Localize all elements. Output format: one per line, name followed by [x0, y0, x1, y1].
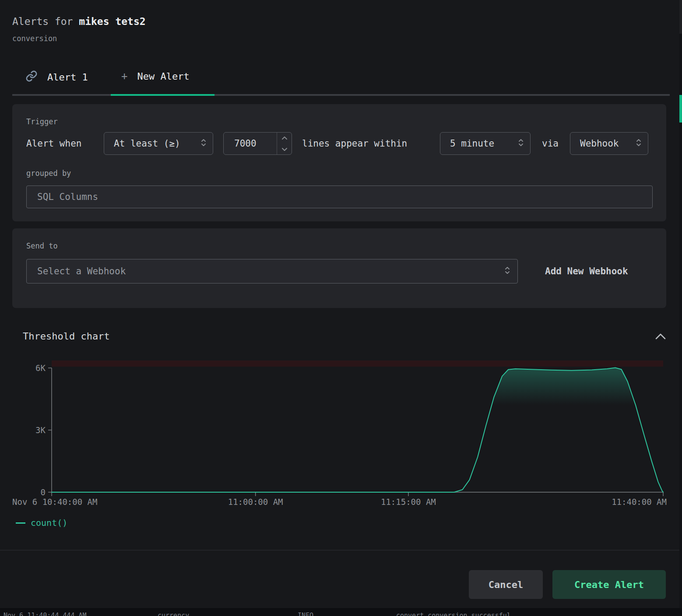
cancel-button[interactable]: Cancel — [469, 570, 543, 599]
webhook-select[interactable]: Select a Webhook — [26, 259, 518, 284]
background-log-row: Nov 6 11:40:44.444 AM currency INFO conv… — [0, 608, 682, 616]
threshold-number-input-group — [223, 132, 292, 155]
alert-when-label: Alert when — [26, 132, 81, 155]
background-page-edge-header — [679, 0, 682, 34]
x-tick-label: 11:15:00 AM — [381, 497, 436, 507]
threshold-chart: 03K6KNov 6 10:40:00 AM11:00:00 AM11:15:0… — [9, 358, 671, 511]
page-title-source-name: mikes tets2 — [79, 16, 145, 27]
tab-alert-1[interactable]: Alert 1 — [25, 70, 88, 84]
x-tick-label: 11:00:00 AM — [228, 497, 283, 507]
chevron-updown-icon — [200, 138, 207, 150]
comparator-select[interactable]: At least (≥) — [104, 132, 213, 155]
chart-legend: count() — [16, 518, 67, 528]
send-to-label: Send to — [26, 242, 58, 250]
log-level: INFO — [298, 612, 313, 616]
chevron-up-icon — [655, 333, 666, 340]
log-timestamp: Nov 6 11:40:44.444 AM — [4, 612, 87, 616]
trigger-section-label: Trigger — [26, 117, 58, 126]
webhook-select-value: Select a Webhook — [37, 266, 126, 276]
threshold-chart-title: Threshold chart — [23, 331, 110, 342]
y-tick-label: 6K — [35, 363, 46, 373]
via-label: via — [542, 132, 559, 155]
series-area-fill — [52, 368, 663, 493]
threshold-band — [52, 360, 663, 367]
send-to-panel: Send to Select a Webhook Add New Webhook — [12, 228, 666, 308]
page-title-prefix: Alerts for — [12, 16, 79, 27]
tab-new-alert[interactable]: + New Alert — [121, 70, 190, 82]
background-page-edge-accent — [679, 95, 682, 122]
page-subtitle: conversion — [12, 34, 57, 43]
tab-alert-1-label: Alert 1 — [47, 72, 88, 83]
chevron-updown-icon — [636, 138, 642, 150]
chevron-updown-icon — [518, 138, 524, 150]
tab-underline-active — [111, 94, 214, 96]
add-new-webhook-button[interactable]: Add New Webhook — [545, 266, 628, 276]
grouped-by-label: grouped by — [26, 169, 71, 178]
spinner-up-icon[interactable] — [277, 133, 292, 144]
x-tick-label: Nov 6 10:40:00 AM — [12, 497, 97, 507]
group-by-input[interactable] — [26, 186, 653, 208]
spinner-down-icon[interactable] — [277, 144, 292, 154]
legend-line-swatch — [16, 522, 25, 524]
lines-appear-within-label: lines appear within — [302, 132, 407, 155]
channel-select-value: Webhook — [580, 138, 619, 149]
y-tick-label: 3K — [35, 425, 46, 435]
log-column: currency — [158, 612, 189, 616]
log-message: convert conversion successful — [396, 612, 511, 616]
tab-new-alert-label: New Alert — [137, 71, 189, 82]
y-tick-label: 0 — [41, 487, 46, 497]
legend-series-label: count() — [31, 518, 67, 528]
background-page-edge — [679, 0, 682, 616]
create-alert-button[interactable]: Create Alert — [552, 570, 666, 599]
x-tick-label: 11:40:00 AM — [612, 497, 667, 507]
chevron-updown-icon — [504, 266, 510, 277]
plus-icon: + — [121, 70, 127, 82]
page-title: Alerts for mikes tets2 — [12, 16, 146, 27]
time-window-select-value: 5 minute — [450, 138, 494, 149]
collapse-chart-button[interactable] — [654, 331, 667, 342]
link-icon — [25, 70, 38, 84]
footer-divider — [0, 550, 679, 550]
number-spinner — [277, 133, 292, 154]
trigger-panel: Trigger Alert when At least (≥) lines ap… — [12, 104, 666, 221]
threshold-number-input[interactable] — [224, 133, 277, 154]
time-window-select[interactable]: 5 minute — [440, 132, 531, 155]
comparator-select-value: At least (≥) — [114, 138, 180, 149]
channel-select[interactable]: Webhook — [570, 132, 648, 155]
